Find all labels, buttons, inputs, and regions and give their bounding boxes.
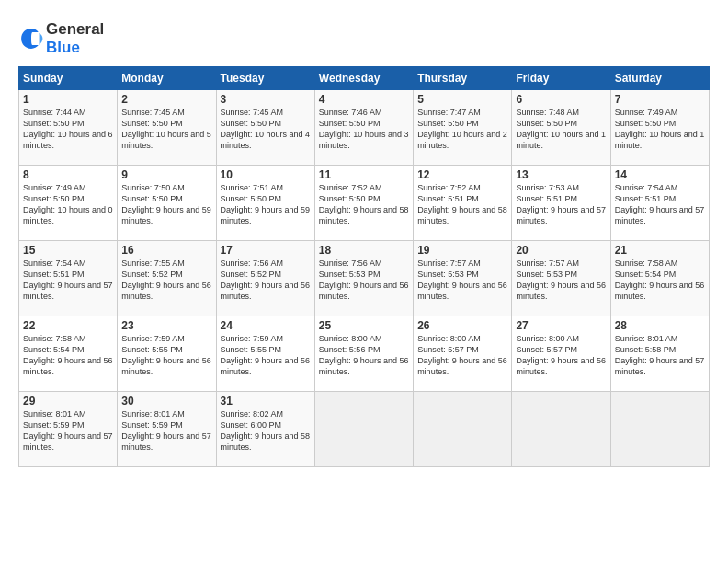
calendar-week-row: 8 Sunrise: 7:49 AMSunset: 5:50 PMDayligh…: [19, 166, 710, 241]
calendar-cell: 9 Sunrise: 7:50 AMSunset: 5:50 PMDayligh…: [118, 166, 216, 241]
logo: General Blue: [18, 20, 104, 57]
day-info: Sunrise: 7:46 AMSunset: 5:50 PMDaylight:…: [319, 108, 409, 150]
calendar-cell: 15 Sunrise: 7:54 AMSunset: 5:51 PMDaylig…: [19, 241, 118, 316]
day-info: Sunrise: 7:52 AMSunset: 5:51 PMDaylight:…: [417, 183, 507, 225]
day-info: Sunrise: 8:00 AMSunset: 5:57 PMDaylight:…: [417, 334, 507, 376]
calendar-cell: 8 Sunrise: 7:49 AMSunset: 5:50 PMDayligh…: [19, 166, 118, 241]
day-number: 4: [319, 93, 409, 106]
calendar-table: SundayMondayTuesdayWednesdayThursdayFrid…: [18, 66, 710, 467]
day-info: Sunrise: 8:01 AMSunset: 5:58 PMDaylight:…: [615, 334, 705, 376]
calendar-cell: [414, 392, 512, 467]
calendar-cell: 1 Sunrise: 7:44 AMSunset: 5:50 PMDayligh…: [19, 90, 118, 166]
day-info: Sunrise: 7:56 AMSunset: 5:53 PMDaylight:…: [319, 259, 409, 301]
day-number: 24: [221, 319, 311, 332]
day-info: Sunrise: 7:59 AMSunset: 5:55 PMDaylight:…: [121, 334, 211, 376]
day-number: 2: [121, 93, 211, 106]
day-info: Sunrise: 7:54 AMSunset: 5:51 PMDaylight:…: [615, 183, 705, 225]
calendar-cell: 18 Sunrise: 7:56 AMSunset: 5:53 PMDaylig…: [314, 241, 413, 316]
day-number: 20: [516, 244, 606, 257]
day-info: Sunrise: 7:56 AMSunset: 5:52 PMDaylight:…: [221, 259, 311, 301]
calendar-cell: 30 Sunrise: 8:01 AMSunset: 5:59 PMDaylig…: [118, 392, 216, 467]
calendar-cell: 20 Sunrise: 7:57 AMSunset: 5:53 PMDaylig…: [512, 241, 610, 316]
calendar-cell: [512, 392, 610, 467]
calendar-cell: 4 Sunrise: 7:46 AMSunset: 5:50 PMDayligh…: [314, 90, 413, 166]
day-info: Sunrise: 7:54 AMSunset: 5:51 PMDaylight:…: [23, 259, 113, 301]
day-number: 6: [516, 93, 606, 106]
day-number: 27: [516, 319, 606, 332]
day-info: Sunrise: 7:55 AMSunset: 5:52 PMDaylight:…: [121, 259, 211, 301]
day-info: Sunrise: 7:50 AMSunset: 5:50 PMDaylight:…: [121, 183, 211, 225]
header-day: Wednesday: [314, 67, 413, 90]
day-info: Sunrise: 7:53 AMSunset: 5:51 PMDaylight:…: [516, 183, 606, 225]
day-number: 1: [23, 93, 113, 106]
calendar-cell: 25 Sunrise: 8:00 AMSunset: 5:56 PMDaylig…: [314, 316, 413, 392]
day-number: 3: [221, 93, 311, 106]
day-number: 16: [121, 244, 211, 257]
calendar-cell: 17 Sunrise: 7:56 AMSunset: 5:52 PMDaylig…: [216, 241, 314, 316]
day-info: Sunrise: 7:57 AMSunset: 5:53 PMDaylight:…: [417, 259, 507, 301]
calendar-cell: 19 Sunrise: 7:57 AMSunset: 5:53 PMDaylig…: [414, 241, 512, 316]
day-info: Sunrise: 8:01 AMSunset: 5:59 PMDaylight:…: [121, 409, 211, 452]
day-info: Sunrise: 7:59 AMSunset: 5:55 PMDaylight:…: [221, 334, 311, 376]
calendar-cell: 26 Sunrise: 8:00 AMSunset: 5:57 PMDaylig…: [414, 316, 512, 392]
day-info: Sunrise: 7:49 AMSunset: 5:50 PMDaylight:…: [615, 108, 705, 150]
day-number: 19: [417, 244, 507, 257]
calendar-cell: [610, 392, 709, 467]
calendar-week-row: 1 Sunrise: 7:44 AMSunset: 5:50 PMDayligh…: [19, 90, 710, 166]
calendar-cell: 31 Sunrise: 8:02 AMSunset: 6:00 PMDaylig…: [216, 392, 314, 467]
day-info: Sunrise: 7:45 AMSunset: 5:50 PMDaylight:…: [221, 108, 311, 150]
day-number: 5: [417, 93, 507, 106]
day-number: 14: [615, 168, 705, 181]
day-number: 12: [417, 168, 507, 181]
calendar-week-row: 29 Sunrise: 8:01 AMSunset: 5:59 PMDaylig…: [19, 392, 710, 467]
day-number: 11: [319, 168, 409, 181]
logo-icon: [18, 26, 44, 52]
calendar-week-row: 15 Sunrise: 7:54 AMSunset: 5:51 PMDaylig…: [19, 241, 710, 316]
header-day: Tuesday: [216, 67, 314, 90]
calendar-cell: 6 Sunrise: 7:48 AMSunset: 5:50 PMDayligh…: [512, 90, 610, 166]
calendar-cell: 12 Sunrise: 7:52 AMSunset: 5:51 PMDaylig…: [414, 166, 512, 241]
day-number: 22: [23, 319, 113, 332]
calendar-cell: 29 Sunrise: 8:01 AMSunset: 5:59 PMDaylig…: [19, 392, 118, 467]
day-number: 23: [121, 319, 211, 332]
day-info: Sunrise: 7:44 AMSunset: 5:50 PMDaylight:…: [23, 108, 113, 150]
calendar-cell: 27 Sunrise: 8:00 AMSunset: 5:57 PMDaylig…: [512, 316, 610, 392]
day-number: 15: [23, 244, 113, 257]
day-number: 21: [615, 244, 705, 257]
day-info: Sunrise: 7:58 AMSunset: 5:54 PMDaylight:…: [23, 334, 113, 376]
day-info: Sunrise: 7:45 AMSunset: 5:50 PMDaylight:…: [121, 108, 211, 150]
day-info: Sunrise: 8:02 AMSunset: 6:00 PMDaylight:…: [221, 409, 311, 452]
calendar-cell: 28 Sunrise: 8:01 AMSunset: 5:58 PMDaylig…: [610, 316, 709, 392]
calendar-cell: 11 Sunrise: 7:52 AMSunset: 5:50 PMDaylig…: [314, 166, 413, 241]
day-number: 17: [221, 244, 311, 257]
header-row: SundayMondayTuesdayWednesdayThursdayFrid…: [19, 67, 710, 90]
day-info: Sunrise: 7:49 AMSunset: 5:50 PMDaylight:…: [23, 183, 113, 225]
day-info: Sunrise: 7:51 AMSunset: 5:50 PMDaylight:…: [221, 183, 311, 225]
day-number: 18: [319, 244, 409, 257]
calendar-cell: 3 Sunrise: 7:45 AMSunset: 5:50 PMDayligh…: [216, 90, 314, 166]
logo-text: General Blue: [46, 20, 104, 57]
calendar-cell: 22 Sunrise: 7:58 AMSunset: 5:54 PMDaylig…: [19, 316, 118, 392]
day-number: 26: [417, 319, 507, 332]
day-number: 31: [221, 395, 311, 408]
day-info: Sunrise: 7:47 AMSunset: 5:50 PMDaylight:…: [417, 108, 507, 150]
day-number: 8: [23, 168, 113, 181]
header-day: Saturday: [610, 67, 709, 90]
calendar-cell: 13 Sunrise: 7:53 AMSunset: 5:51 PMDaylig…: [512, 166, 610, 241]
calendar-cell: 16 Sunrise: 7:55 AMSunset: 5:52 PMDaylig…: [118, 241, 216, 316]
calendar-cell: 2 Sunrise: 7:45 AMSunset: 5:50 PMDayligh…: [118, 90, 216, 166]
calendar-cell: 21 Sunrise: 7:58 AMSunset: 5:54 PMDaylig…: [610, 241, 709, 316]
day-info: Sunrise: 7:48 AMSunset: 5:50 PMDaylight:…: [516, 108, 606, 150]
calendar-header: SundayMondayTuesdayWednesdayThursdayFrid…: [19, 67, 710, 90]
day-info: Sunrise: 8:00 AMSunset: 5:56 PMDaylight:…: [319, 334, 409, 376]
calendar-body: 1 Sunrise: 7:44 AMSunset: 5:50 PMDayligh…: [19, 90, 710, 467]
day-info: Sunrise: 7:58 AMSunset: 5:54 PMDaylight:…: [615, 259, 705, 301]
day-info: Sunrise: 8:00 AMSunset: 5:57 PMDaylight:…: [516, 334, 606, 376]
header-day: Monday: [118, 67, 216, 90]
day-number: 28: [615, 319, 705, 332]
day-info: Sunrise: 7:57 AMSunset: 5:53 PMDaylight:…: [516, 259, 606, 301]
day-number: 9: [121, 168, 211, 181]
calendar-cell: 14 Sunrise: 7:54 AMSunset: 5:51 PMDaylig…: [610, 166, 709, 241]
day-number: 25: [319, 319, 409, 332]
calendar-page: General Blue SundayMondayTuesdayWednesda…: [0, 0, 728, 563]
